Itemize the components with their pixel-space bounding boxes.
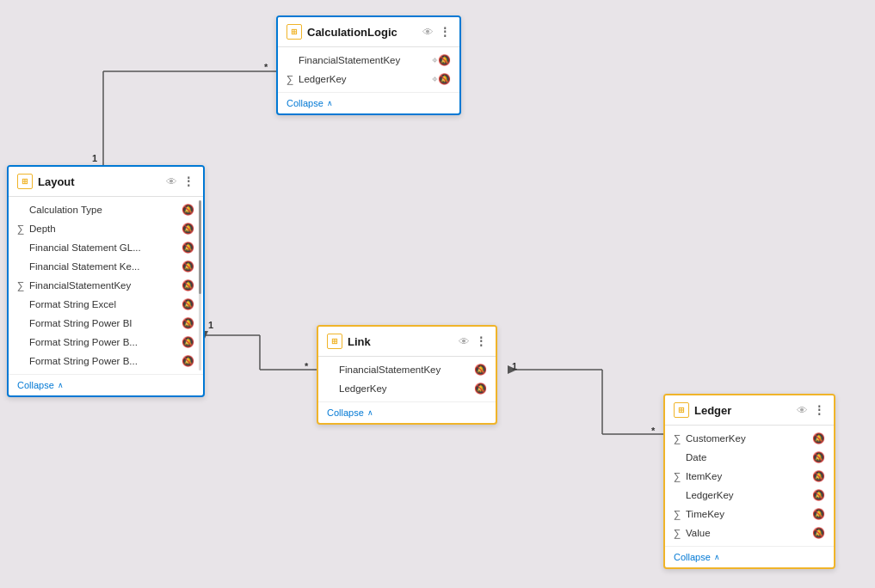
- entity-title-layout: Layout: [38, 175, 161, 188]
- field-row-format-string-power-b1: Format String Power B... 🔕: [9, 333, 203, 352]
- field-row-date: Date 🔕: [665, 448, 834, 467]
- field-row-financial-statement-key-calc: FinancialStatementKey 🔕: [278, 51, 459, 70]
- collapse-label-ledger: Collapse: [674, 552, 711, 562]
- field-row-format-string-power-b2: Format String Power B... 🔕: [9, 352, 203, 371]
- entity-calculation-logic: ⊞ CalculationLogic 👁 ⋮ FinancialStatemen…: [276, 15, 461, 115]
- eye-slash-icon-date[interactable]: 🔕: [812, 451, 825, 463]
- diagram-canvas: * 1 1 * 1 * ⊞ CalculationLogic 👁 ⋮ Finan…: [0, 0, 875, 588]
- entity-title-link: Link: [348, 335, 453, 348]
- cardinality-label-many-link: *: [305, 361, 308, 371]
- eye-slash-icon-lk-calc[interactable]: 🔕: [432, 73, 451, 85]
- cardinality-label-one-layout-right: 1: [208, 320, 213, 330]
- eye-icon-layout[interactable]: 👁: [166, 175, 177, 188]
- field-row-financial-statement-key: ∑ FinancialStatementKey 🔕: [9, 276, 203, 295]
- eye-slash-icon-fskl[interactable]: 🔕: [182, 279, 194, 291]
- field-row-calculation-type: Calculation Type 🔕: [9, 200, 203, 219]
- collapse-label-calculation-logic: Collapse: [287, 98, 324, 108]
- entity-icons-link[interactable]: 👁 ⋮: [459, 334, 487, 348]
- eye-slash-icon-fspbi[interactable]: 🔕: [182, 317, 194, 329]
- eye-slash-icon-val[interactable]: 🔕: [812, 527, 825, 539]
- eye-slash-icon-fske[interactable]: 🔕: [182, 260, 194, 273]
- field-row-format-string-excel: Format String Excel 🔕: [9, 295, 203, 314]
- field-row-format-string-power-bi: Format String Power BI 🔕: [9, 314, 203, 333]
- entity-header-layout: ⊞ Layout 👁 ⋮: [9, 167, 203, 197]
- eye-slash-icon-calc-type[interactable]: 🔕: [182, 204, 194, 216]
- entity-fields-link: FinancialStatementKey 🔕 LedgerKey 🔕: [318, 357, 496, 401]
- collapse-label-layout: Collapse: [17, 380, 54, 390]
- cardinality-label-many-ledger: *: [651, 426, 655, 436]
- entity-ledger: ⊞ Ledger 👁 ⋮ ∑ CustomerKey 🔕 Date 🔕 ∑ It…: [663, 394, 835, 569]
- collapse-button-link[interactable]: Collapse ∧: [318, 401, 496, 423]
- eye-icon-calculation-logic[interactable]: 👁: [422, 26, 434, 39]
- entity-header-link: ⊞ Link 👁 ⋮: [318, 327, 496, 357]
- collapse-caret-layout: ∧: [58, 381, 64, 389]
- field-row-item-key: ∑ ItemKey 🔕: [665, 467, 834, 486]
- entity-header-calculation-logic: ⊞ CalculationLogic 👁 ⋮: [278, 17, 459, 47]
- entity-title-calculation-logic: CalculationLogic: [307, 26, 417, 39]
- collapse-caret-ledger: ∧: [714, 553, 720, 561]
- eye-slash-icon-depth[interactable]: 🔕: [182, 223, 194, 235]
- table-icon-link: ⊞: [327, 334, 342, 349]
- entity-fields-layout: Calculation Type 🔕 ∑ Depth 🔕 Financial S…: [9, 197, 203, 374]
- eye-icon-link[interactable]: 👁: [459, 335, 470, 348]
- eye-slash-icon-tk[interactable]: 🔕: [812, 508, 825, 520]
- more-icon-calculation-logic[interactable]: ⋮: [439, 25, 451, 39]
- collapse-caret-link: ∧: [367, 408, 373, 417]
- scrollbar-track-layout: [199, 200, 201, 371]
- field-row-value: ∑ Value 🔕: [665, 524, 834, 542]
- eye-slash-icon-fspb2[interactable]: 🔕: [182, 355, 194, 367]
- cardinality-label-many-calc: *: [264, 62, 268, 72]
- field-row-financial-statement-ke: Financial Statement Ke... 🔕: [9, 257, 203, 276]
- entity-header-ledger: ⊞ Ledger 👁 ⋮: [665, 395, 834, 426]
- entity-title-ledger: Ledger: [694, 404, 792, 417]
- eye-icon-ledger[interactable]: 👁: [797, 404, 808, 417]
- eye-slash-icon-ck[interactable]: 🔕: [812, 432, 825, 444]
- field-row-ledger-key-link: LedgerKey 🔕: [318, 379, 496, 398]
- scrollbar-thumb-layout[interactable]: [199, 200, 201, 294]
- entity-icons-layout[interactable]: 👁 ⋮: [166, 175, 194, 188]
- field-row-customer-key: ∑ CustomerKey 🔕: [665, 429, 834, 448]
- more-icon-link[interactable]: ⋮: [475, 334, 487, 348]
- field-row-ledger-key: LedgerKey 🔕: [665, 486, 834, 505]
- collapse-button-ledger[interactable]: Collapse ∧: [665, 546, 834, 567]
- collapse-caret-calculation-logic: ∧: [327, 99, 333, 107]
- field-row-time-key: ∑ TimeKey 🔕: [665, 505, 834, 524]
- more-icon-layout[interactable]: ⋮: [182, 175, 194, 188]
- collapse-button-calculation-logic[interactable]: Collapse ∧: [278, 92, 459, 113]
- eye-slash-icon-lk[interactable]: 🔕: [812, 489, 825, 501]
- eye-slash-icon-lk-link[interactable]: 🔕: [474, 383, 487, 395]
- field-row-financial-statement-gl: Financial Statement GL... 🔕: [9, 238, 203, 257]
- eye-slash-icon-fspb1[interactable]: 🔕: [182, 336, 194, 348]
- entity-link: ⊞ Link 👁 ⋮ FinancialStatementKey 🔕 Ledge…: [317, 325, 497, 425]
- field-row-depth: ∑ Depth 🔕: [9, 219, 203, 238]
- more-icon-ledger[interactable]: ⋮: [813, 403, 825, 417]
- entity-icons-calculation-logic[interactable]: 👁 ⋮: [422, 25, 451, 39]
- entity-icons-ledger[interactable]: 👁 ⋮: [797, 403, 825, 417]
- table-icon-calculation-logic: ⊞: [287, 24, 302, 40]
- eye-slash-icon-fsk-link[interactable]: 🔕: [474, 364, 487, 376]
- collapse-button-layout[interactable]: Collapse ∧: [9, 374, 203, 395]
- field-row-ledger-key-calc: ∑ LedgerKey 🔕: [278, 70, 459, 89]
- cardinality-label-one-layout-top: 1: [92, 153, 97, 163]
- table-icon-layout: ⊞: [17, 174, 33, 189]
- field-row-fsk-link: FinancialStatementKey 🔕: [318, 360, 496, 379]
- collapse-label-link: Collapse: [327, 407, 364, 418]
- table-icon-ledger: ⊞: [674, 402, 689, 418]
- entity-fields-calculation-logic: FinancialStatementKey 🔕 ∑ LedgerKey 🔕: [278, 47, 459, 92]
- eye-slash-icon-fsg[interactable]: 🔕: [182, 242, 194, 254]
- cardinality-label-one-link-right: 1: [512, 361, 517, 371]
- eye-slash-icon-ik[interactable]: 🔕: [812, 470, 825, 482]
- eye-slash-icon-fsk-calc[interactable]: 🔕: [432, 54, 451, 66]
- entity-layout: ⊞ Layout 👁 ⋮ Calculation Type 🔕 ∑ Depth …: [7, 165, 205, 397]
- eye-slash-icon-fse[interactable]: 🔕: [182, 298, 194, 310]
- entity-fields-ledger: ∑ CustomerKey 🔕 Date 🔕 ∑ ItemKey 🔕 Ledge…: [665, 426, 834, 546]
